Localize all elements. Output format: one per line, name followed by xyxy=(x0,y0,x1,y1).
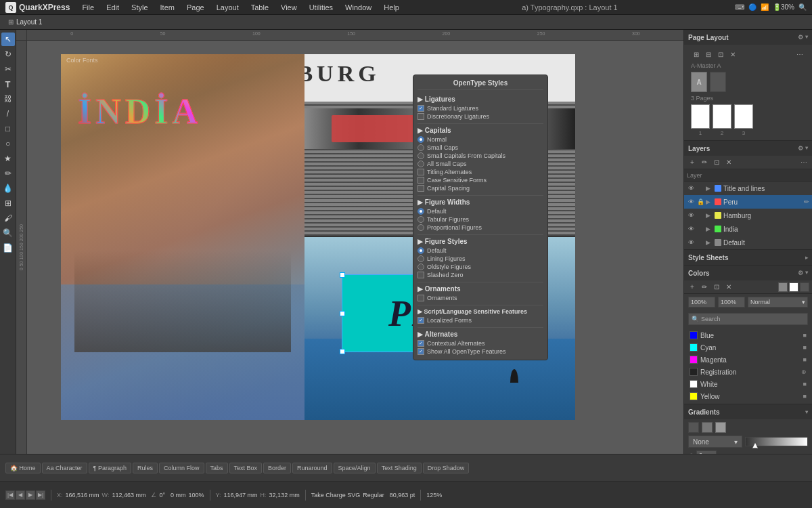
ot-slashed-zero-check[interactable] xyxy=(418,272,424,278)
tab-paragraph[interactable]: ¶ Paragraph xyxy=(89,463,131,473)
canvas-area[interactable]: Color Fonts İNDİA HAMB xyxy=(27,41,683,454)
ot-contextual-check[interactable]: ✓ xyxy=(418,340,424,347)
layer-expand-hamburg[interactable]: ▶ xyxy=(706,212,713,219)
colors-add-btn[interactable]: + xyxy=(687,282,698,293)
tab-tabs[interactable]: Tabs xyxy=(206,463,228,473)
ot-smallcaps-radio[interactable] xyxy=(418,144,424,151)
layers-gear-icon[interactable]: ⚙ xyxy=(798,145,803,152)
tool-zoom[interactable]: 🔍 xyxy=(1,226,15,240)
color-white-row[interactable]: White ■ xyxy=(688,378,808,390)
menu-file[interactable]: File xyxy=(76,2,99,13)
page-2-thumb[interactable]: 2 xyxy=(713,104,731,136)
layers-header[interactable]: Layers ⚙ ▾ xyxy=(684,141,812,156)
tool-rotate[interactable]: ↻ xyxy=(1,47,15,61)
ot-lining-radio[interactable] xyxy=(418,255,424,262)
colors-gear-icon[interactable]: ⚙ xyxy=(798,270,803,276)
menu-layout[interactable]: Layout xyxy=(211,2,244,13)
menu-edit[interactable]: Edit xyxy=(101,2,125,13)
tab-layout1[interactable]: Layout 1 xyxy=(16,18,42,26)
color-magenta-row[interactable]: Magenta ■ xyxy=(688,354,808,366)
layer-vis-default[interactable]: 👁 xyxy=(687,238,695,247)
tab-text-box[interactable]: Text Box xyxy=(229,463,263,473)
tool-text[interactable]: T xyxy=(1,77,15,91)
nav-first-btn[interactable]: |◀ xyxy=(5,490,15,500)
ot-standard-ligatures-check[interactable]: ✓ xyxy=(418,105,424,112)
color-fg-swatch[interactable] xyxy=(778,282,788,292)
layers-settings-btn[interactable]: ⋯ xyxy=(798,157,809,168)
tab-space-align[interactable]: Space/Align xyxy=(334,463,376,473)
menu-page[interactable]: Page xyxy=(181,2,210,13)
tool-grid[interactable]: ⊞ xyxy=(1,196,15,210)
ot-proportional-radio[interactable] xyxy=(418,224,424,231)
menu-table[interactable]: Table xyxy=(246,2,274,13)
color-opacity-2[interactable]: 100% xyxy=(718,297,745,308)
tool-pages[interactable]: 📄 xyxy=(1,241,15,255)
tool-line[interactable]: / xyxy=(1,107,15,121)
ot-show-all-check[interactable]: ✓ xyxy=(418,348,424,355)
pl-add-master-btn[interactable]: ⊟ xyxy=(703,49,714,60)
menu-help[interactable]: Help xyxy=(378,2,405,13)
layer-title-lines[interactable]: 👁 ▶ Title and lines xyxy=(684,182,812,195)
pl-settings-btn[interactable]: ⋯ xyxy=(794,49,805,60)
gradients-header[interactable]: Gradients ▾ xyxy=(684,404,812,419)
menu-style[interactable]: Style xyxy=(126,2,153,13)
layer-peru[interactable]: 👁 🔒 ▶ Peru ✏ xyxy=(684,195,812,209)
ot-normal-radio[interactable] xyxy=(418,136,424,143)
pl-delete-page-btn[interactable]: ✕ xyxy=(727,49,738,60)
page-layout-header[interactable]: Page Layout ⚙ ▾ xyxy=(684,30,812,45)
color-opacity-1[interactable]: 100% xyxy=(688,297,715,308)
gradient-swatch1[interactable] xyxy=(688,422,699,433)
menu-item[interactable]: Item xyxy=(155,2,180,13)
ot-tabular-radio[interactable] xyxy=(418,216,424,223)
tool-rect[interactable]: □ xyxy=(1,122,15,135)
color-yellow-row[interactable]: Yellow ■ xyxy=(688,390,808,402)
ot-disc-ligatures-check[interactable] xyxy=(418,113,424,120)
gradient-swatch2[interactable] xyxy=(702,422,713,433)
layers-copy-btn[interactable]: ⊡ xyxy=(711,157,722,168)
nav-next-btn[interactable]: ▶ xyxy=(26,490,35,500)
layer-expand-title[interactable]: ▶ xyxy=(706,185,713,192)
pl-copy-page-btn[interactable]: ⊡ xyxy=(715,49,726,60)
ot-titling-check[interactable] xyxy=(418,169,424,175)
master-thumb-blank[interactable] xyxy=(710,72,726,92)
layers-delete-btn[interactable]: ✕ xyxy=(723,157,734,168)
color-cyan-row[interactable]: Cyan ■ xyxy=(688,341,808,354)
gradient-type-select[interactable]: None ▾ xyxy=(688,436,742,448)
tab-column-flow[interactable]: Column Flow xyxy=(159,463,204,473)
layer-vis-title[interactable]: 👁 xyxy=(687,184,695,192)
colors-search-box[interactable]: 🔍 Search xyxy=(688,313,808,325)
color-blend-mode[interactable]: Normal ▾ xyxy=(748,297,808,308)
page-1-thumb[interactable]: 1 xyxy=(691,104,710,136)
tab-text-shading[interactable]: Text Shading xyxy=(377,463,422,473)
colors-delete-btn[interactable]: ✕ xyxy=(723,282,734,293)
tab-runaround[interactable]: Runaround xyxy=(292,463,332,473)
color-blue-row[interactable]: Blue ■ xyxy=(688,329,808,341)
layers-edit-btn[interactable]: ✏ xyxy=(699,157,710,168)
stylesheets-header[interactable]: Style Sheets ▸ xyxy=(684,250,812,265)
tab-drop-shadow[interactable]: Drop Shadow xyxy=(423,463,470,473)
ot-ornaments-check[interactable] xyxy=(418,295,424,301)
tool-crop[interactable]: ✂ xyxy=(1,62,15,76)
gradient-angle-value[interactable]: 0 xyxy=(696,450,717,454)
gradient-stop-start[interactable] xyxy=(752,443,758,448)
tab-border[interactable]: Border xyxy=(263,463,291,473)
layer-expand-default[interactable]: ▶ xyxy=(706,239,713,246)
tool-paint[interactable]: 🖌 xyxy=(1,211,15,225)
tool-star[interactable]: ★ xyxy=(1,152,15,165)
layer-vis-hamburg[interactable]: 👁 xyxy=(687,211,695,219)
color-frame-swatch[interactable] xyxy=(800,282,809,292)
ot-oldstyle-radio[interactable] xyxy=(418,263,424,270)
tool-cursor[interactable]: ↖ xyxy=(1,33,15,46)
layer-default[interactable]: 👁 ▶ Default xyxy=(684,236,812,249)
colors-header[interactable]: Colors ⚙ ▾ xyxy=(684,266,812,280)
tool-chain[interactable]: ⛓ xyxy=(1,92,15,106)
ot-localized-check[interactable]: ✓ xyxy=(418,317,424,324)
color-bg-swatch[interactable] xyxy=(789,282,798,292)
menu-window[interactable]: Window xyxy=(340,2,377,13)
layer-lock-peru[interactable]: 🔒 xyxy=(697,198,704,205)
colors-edit-btn[interactable]: ✏ xyxy=(699,282,710,293)
ot-all-smallcaps-radio[interactable] xyxy=(418,161,424,167)
layer-vis-india[interactable]: 👁 xyxy=(687,225,695,233)
layer-vis-peru[interactable]: 👁 xyxy=(687,198,695,206)
layer-expand-peru[interactable]: ▶ xyxy=(706,198,713,205)
